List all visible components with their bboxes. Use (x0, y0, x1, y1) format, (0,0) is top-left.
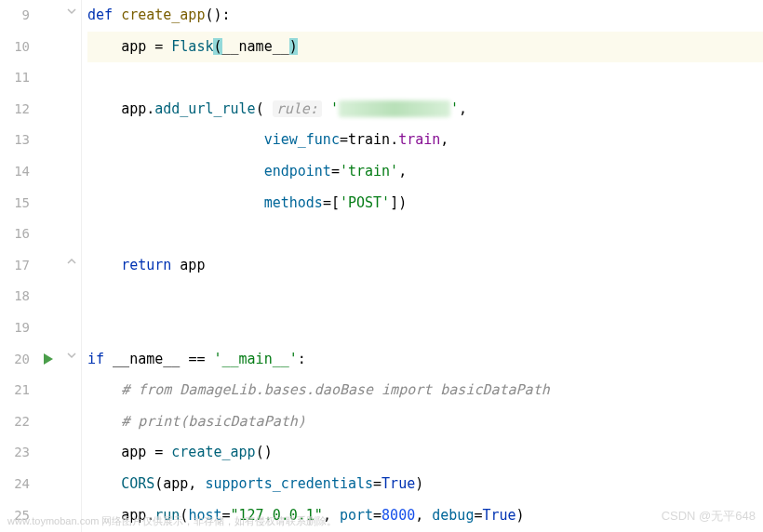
code-line[interactable]: view_func=train.train, (87, 125, 763, 156)
comment: # from DamageLib.bases.daoBase import ba… (121, 381, 550, 398)
code-line[interactable] (87, 219, 763, 250)
line-number: 15 (0, 188, 30, 219)
fold-close-icon[interactable] (67, 257, 76, 266)
line-number: 20 (0, 344, 30, 376)
code-line[interactable]: endpoint='train', (87, 156, 763, 188)
code-area[interactable]: def create_app(): app = Flask(__name__) … (82, 0, 763, 532)
method-name: add_url_rule (154, 100, 255, 117)
svg-marker-0 (44, 353, 53, 365)
line-number: 10 (0, 32, 30, 63)
function-call: CORS (121, 475, 154, 492)
code-line[interactable]: app.add_url_rule( rule: '', (87, 94, 763, 126)
code-line[interactable] (87, 62, 763, 94)
line-number: 13 (0, 125, 30, 156)
run-gutter (39, 0, 65, 532)
line-number-gutter: 9 10 11 12 13 14 15 16 17 18 19 20 21 22… (0, 0, 39, 532)
bracket-highlight: ) (289, 38, 298, 55)
kwarg: methods (264, 194, 323, 211)
line-number: 19 (0, 313, 30, 344)
run-icon[interactable] (43, 353, 54, 367)
line-number: 18 (0, 281, 30, 313)
code-line-current[interactable]: app = Flask(__name__) (87, 32, 763, 63)
line-number: 12 (0, 94, 30, 126)
code-line[interactable]: return app (87, 250, 763, 282)
watermark-bottom: www.toymoban.com 网络图片仅供展示，非存储，如有侵权请联系删除。 (7, 514, 338, 528)
line-number: 22 (0, 406, 30, 438)
keyword-def: def (87, 7, 113, 23)
line-number: 11 (0, 62, 30, 94)
code-line[interactable] (87, 281, 763, 313)
function-name: create_app (121, 7, 205, 23)
line-number: 17 (0, 250, 30, 282)
class-name: Flask (171, 38, 213, 55)
function-call: create_app (171, 444, 255, 460)
code-editor[interactable]: 9 10 11 12 13 14 15 16 17 18 19 20 21 22… (0, 0, 763, 532)
paren: (): (205, 7, 230, 23)
redacted-content (339, 100, 450, 117)
line-number: 23 (0, 437, 30, 469)
string: 'train' (340, 163, 398, 180)
line-number: 24 (0, 469, 30, 500)
kwarg: supports_credentials (205, 475, 373, 492)
fold-gutter (65, 0, 82, 532)
kwarg: view_func (264, 131, 340, 148)
code-line[interactable]: CORS(app, supports_credentials=True) (87, 469, 763, 500)
keyword-return: return (121, 257, 171, 273)
fold-open-icon[interactable] (67, 7, 76, 16)
code-line[interactable]: # from DamageLib.bases.daoBase import ba… (87, 375, 763, 406)
variable: app (121, 38, 146, 55)
dunder-name: __name__ (222, 38, 289, 55)
line-number: 16 (0, 219, 30, 250)
parameter-hint: rule: (273, 100, 322, 117)
line-number: 9 (0, 0, 30, 32)
boolean: True (382, 475, 415, 492)
kwarg: endpoint (264, 163, 331, 180)
fold-open-icon[interactable] (67, 351, 76, 360)
code-line[interactable] (87, 313, 763, 344)
keyword-if: if (87, 351, 104, 367)
bracket-highlight: ( (213, 38, 221, 55)
code-line[interactable]: # print(basicDataPath) (87, 406, 763, 438)
code-line[interactable]: methods=['POST']) (87, 188, 763, 219)
string: 'POST' (340, 194, 390, 211)
comment: # print(basicDataPath) (121, 413, 306, 430)
line-number: 14 (0, 156, 30, 188)
code-line[interactable]: if __name__ == '__main__': (87, 344, 763, 376)
line-number: 21 (0, 375, 30, 406)
watermark-right: CSDN @无平648 (662, 508, 756, 525)
code-line[interactable]: def create_app(): (87, 0, 763, 32)
code-line[interactable]: app = create_app() (87, 437, 763, 469)
string: '__main__' (213, 351, 297, 367)
